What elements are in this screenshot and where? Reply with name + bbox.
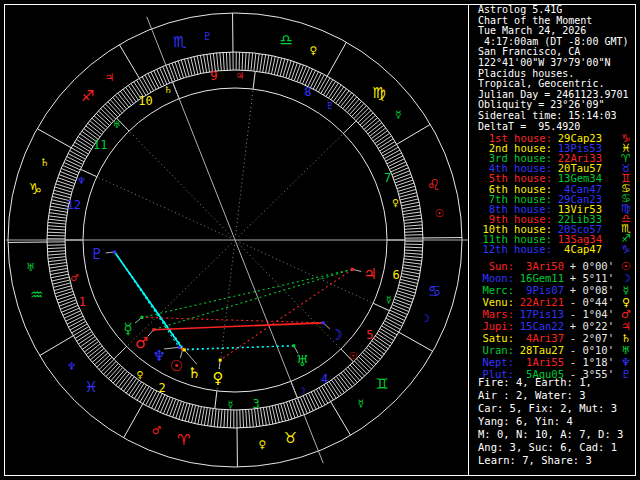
sign-glyph-taurus: ♉ (284, 429, 297, 447)
degree-tick (254, 53, 256, 71)
planet-row: Moon:16Gem11+ 5°11'☽ (478, 272, 636, 284)
degree-tick (403, 268, 421, 271)
degree-tick (175, 62, 181, 79)
degree-tick (49, 263, 67, 265)
degree-tick (405, 231, 423, 232)
degree-tick (386, 153, 402, 161)
degree-tick (47, 232, 65, 233)
sign-boundary (399, 332, 433, 351)
degree-tick (63, 308, 79, 315)
degree-tick (50, 206, 68, 209)
planet-velocity: - 0°44' (564, 296, 614, 308)
house-number-11: 11 (93, 138, 107, 152)
degree-tick (404, 256, 422, 258)
degree-tick (245, 52, 246, 70)
degree-tick (217, 53, 219, 71)
sign-boundary (331, 402, 351, 436)
degree-tick (387, 156, 403, 164)
sign-ruler-icon: ♂ (152, 424, 161, 436)
degree-tick (390, 310, 406, 317)
degree-tick (49, 213, 67, 216)
degree-tick (302, 67, 309, 84)
planet-label: Satu: (478, 332, 514, 344)
degree-tick (204, 55, 207, 73)
degree-tick (60, 303, 77, 310)
degree-tick (404, 218, 422, 220)
sign-ruler-icon: ♇ (203, 30, 212, 42)
house-cusp-line (238, 244, 353, 362)
house-ruler-icon: ♂ (70, 272, 79, 283)
sign-boundary (40, 336, 74, 356)
planet-position-value: 28Tau27 (514, 344, 564, 356)
degree-tick (211, 409, 213, 427)
degree-tick (395, 296, 412, 302)
aspect-line-moon-mercury (142, 317, 323, 322)
degree-tick (173, 400, 179, 417)
degree-tick (396, 294, 413, 300)
degree-tick (214, 409, 216, 427)
degree-tick (404, 225, 422, 226)
degree-tick (403, 265, 421, 268)
sign-glyph-cancer: ♋ (428, 282, 441, 300)
chart-info-panel: Astrolog 5.41GChart of the MomentTue Mar… (478, 0, 636, 480)
planet-velocity: - 1°18' (564, 356, 614, 368)
degree-tick (47, 245, 65, 246)
stats-line: M: 0, N: 10, A: 7, D: 3 (478, 428, 636, 441)
degree-tick (269, 407, 273, 425)
planet-label: Moon: (478, 272, 514, 284)
sign-glyph-pisces: ♓ (84, 378, 97, 396)
sign-boundary (327, 42, 346, 76)
planet-glyph-saturn: ♄ (187, 364, 200, 382)
degree-tick (393, 302, 410, 309)
sign-boundary (397, 124, 431, 144)
stats-line: Fire: 4, Earth: 1, (478, 376, 636, 389)
planet-velocity: + 0°00' (564, 260, 614, 272)
degree-tick (61, 168, 78, 175)
house-ruler-icon: ☉ (349, 350, 358, 361)
degree-tick (68, 319, 84, 327)
planet-row: Nept:1Ari55- 1°18'♆ (478, 356, 636, 368)
planet-dot-jupiter (351, 268, 354, 271)
house-number-3: 3 (253, 397, 260, 411)
house-ruler-icon: ♃ (235, 70, 244, 81)
planet-glyph-neptune: ♆ (152, 347, 165, 365)
degree-tick (309, 393, 317, 409)
house-number-4: 4 (321, 372, 328, 386)
planet-row: Satu:4Ari37- 2°07'♄ (478, 332, 636, 344)
house-label: 12th house: (478, 243, 552, 255)
degree-tick (197, 56, 201, 74)
degree-tick (313, 73, 321, 89)
planet-pointer (164, 347, 179, 349)
degree-tick (405, 253, 423, 254)
degree-tick (227, 410, 228, 428)
degree-tick (394, 174, 411, 180)
sign-glyph-gemini: ♊ (375, 375, 388, 393)
degree-tick (223, 52, 224, 70)
house-ruler-icon: ♀ (392, 197, 399, 208)
planet-row: Uran:28Tau27- 0°10'♅ (478, 344, 636, 356)
planet-dot-neptune (178, 346, 181, 349)
sign-ruler-icon: ☿ (358, 397, 364, 409)
degree-tick (200, 55, 203, 73)
sign-glyph-aries: ♈ (177, 431, 190, 449)
planet-label: Merc: (478, 284, 514, 296)
degree-tick (163, 66, 170, 83)
house-ruler-icon: ♄ (164, 84, 173, 95)
degree-tick (62, 165, 79, 172)
degree-tick (266, 55, 269, 73)
planet-row: Jupi:15Can22+ 0°22'♃ (478, 320, 636, 332)
degree-tick (392, 168, 409, 175)
house-ruler-icon: ♇ (326, 100, 335, 111)
sign-ruler-icon: ☽ (421, 312, 430, 324)
degree-tick (198, 407, 202, 425)
house-ruler-icon: ☿ (386, 294, 392, 305)
house-number-12: 12 (67, 198, 81, 212)
degree-tick (294, 64, 300, 81)
degree-tick (176, 401, 182, 418)
degree-tick (249, 409, 250, 427)
planet-velocity: + 0°22' (564, 320, 614, 332)
degree-tick (61, 305, 78, 312)
sign-ruler-icon: ♀ (310, 44, 318, 56)
degree-tick (260, 54, 263, 72)
sign-ruler-icon: ♆ (67, 360, 76, 372)
